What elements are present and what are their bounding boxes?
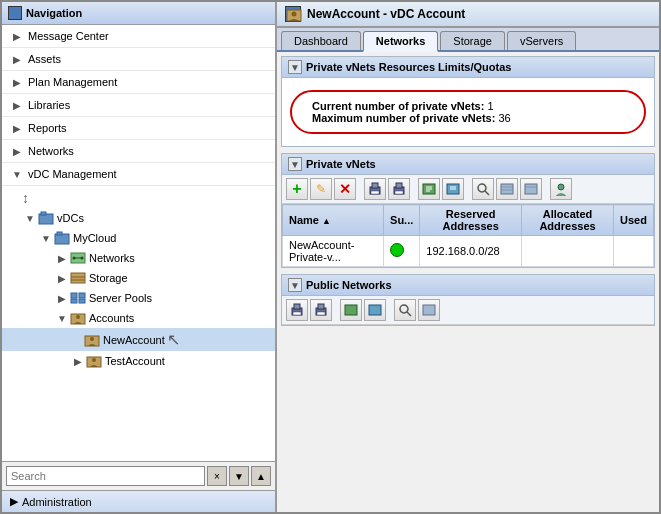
search-input[interactable] (6, 466, 205, 486)
arrow-icon: ▶ (10, 29, 24, 43)
drag-icon: ↕ (22, 190, 29, 206)
quota-max-label: Maximum number of private vNets: (312, 112, 495, 124)
tree-item-vdcs[interactable]: ▼ vDCs (2, 208, 275, 228)
arrow-icon: ▶ (10, 52, 24, 66)
expand-icon[interactable]: ▶ (54, 270, 70, 286)
arrow-icon: ▶ (10, 144, 24, 158)
col-header-reserved[interactable]: Reserved Addresses (420, 205, 522, 236)
tree-item-newaccount[interactable]: NewAccount ↖ (2, 328, 275, 351)
arrow-icon: ▶ (10, 121, 24, 135)
col-header-used[interactable]: Used (614, 205, 654, 236)
tab-networks[interactable]: Networks (363, 31, 439, 52)
col-header-su[interactable]: Su... (384, 205, 420, 236)
svg-rect-8 (71, 273, 85, 283)
expand-icon[interactable]: ▶ (54, 290, 70, 306)
col-header-name[interactable]: Name ▲ (283, 205, 384, 236)
person-button[interactable] (550, 178, 572, 200)
arrow-icon: ▶ (10, 495, 18, 508)
storage-label: Storage (89, 272, 128, 284)
col-header-allocated[interactable]: Allocated Addresses (522, 205, 614, 236)
nav-label-libraries: Libraries (28, 99, 70, 111)
nav-item-reports[interactable]: ▶ Reports (2, 117, 275, 140)
private-vnets-quotas-content: Current number of private vNets: 1 Maxim… (282, 78, 654, 146)
pub-print-button-1[interactable] (286, 299, 308, 321)
tree-item-testaccount[interactable]: ▶ TestAccount (2, 351, 275, 371)
search-clear-button[interactable]: × (207, 466, 227, 486)
list-button-2[interactable] (520, 178, 542, 200)
delete-button[interactable]: ✕ (334, 178, 356, 200)
tree-item-storage[interactable]: ▶ Storage (2, 268, 275, 288)
private-vnets-toolbar: + ✎ ✕ (282, 175, 654, 204)
nav-item-plan-management[interactable]: ▶ Plan Management (2, 71, 275, 94)
svg-rect-1 (41, 212, 46, 215)
tab-storage[interactable]: Storage (440, 31, 505, 50)
accounts-icon (70, 310, 86, 326)
tab-vservers[interactable]: vServers (507, 31, 576, 50)
svg-point-18 (90, 337, 94, 341)
status-green-circle (390, 243, 404, 257)
quota-current-value: 1 (487, 100, 493, 112)
mycloud-icon (54, 230, 70, 246)
add-button[interactable]: + (286, 178, 308, 200)
pub-search-button[interactable] (394, 299, 416, 321)
svg-rect-51 (369, 305, 381, 315)
public-networks-title: Public Networks (306, 279, 392, 291)
edit-button[interactable]: ✎ (310, 178, 332, 200)
quota-current-row: Current number of private vNets: 1 (312, 100, 624, 112)
serverpools-label: Server Pools (89, 292, 152, 304)
svg-rect-3 (57, 232, 62, 235)
tree-item-serverpools[interactable]: ▶ Server Pools (2, 288, 275, 308)
expand-icon[interactable]: ▼ (54, 310, 70, 326)
export-button-1[interactable] (418, 178, 440, 200)
expand-icon (70, 332, 84, 348)
tree-section: ↕ ▼ vDCs ▼ (2, 186, 275, 373)
admin-nav-item[interactable]: ▶ Administration (2, 490, 275, 512)
nav-item-assets[interactable]: ▶ Assets (2, 48, 275, 71)
export-button-2[interactable] (442, 178, 464, 200)
right-panel-title: NewAccount - vDC Account (307, 7, 465, 21)
networks-label: Networks (89, 252, 135, 264)
tree-drag-handle[interactable]: ↕ (2, 188, 275, 208)
search-down-button[interactable]: ▼ (229, 466, 249, 486)
tree-item-accounts[interactable]: ▼ Accounts (2, 308, 275, 328)
nav-item-libraries[interactable]: ▶ Libraries (2, 94, 275, 117)
left-panel: Navigation ▶ Message Center ▶ Assets ▶ P… (2, 2, 277, 512)
print-button-2[interactable] (388, 178, 410, 200)
tree-item-networks[interactable]: ▶ Networks (2, 248, 275, 268)
testaccount-icon (86, 353, 102, 369)
svg-rect-50 (345, 305, 357, 315)
svg-rect-48 (318, 304, 324, 309)
pub-print-button-2[interactable] (310, 299, 332, 321)
pub-list-button[interactable] (418, 299, 440, 321)
nav-item-vdc-management[interactable]: ▼ vDC Management (2, 163, 275, 186)
pub-export-button-2[interactable] (364, 299, 386, 321)
svg-rect-13 (71, 299, 77, 303)
nav-label-message-center: Message Center (28, 30, 109, 42)
collapse-icon[interactable]: ▼ (288, 60, 302, 74)
nav-item-networks[interactable]: ▶ Networks (2, 140, 275, 163)
expand-icon[interactable]: ▶ (70, 353, 86, 369)
tab-dashboard[interactable]: Dashboard (281, 31, 361, 50)
svg-point-20 (92, 358, 96, 362)
search-up-button[interactable]: ▲ (251, 466, 271, 486)
testaccount-label: TestAccount (105, 355, 165, 367)
nav-title: Navigation (26, 7, 82, 19)
expand-icon[interactable]: ▼ (22, 210, 38, 226)
expand-icon[interactable]: ▶ (54, 250, 70, 266)
search-toolbar-button[interactable] (472, 178, 494, 200)
private-vnets-header: ▼ Private vNets (282, 154, 654, 175)
print-button-1[interactable] (364, 178, 386, 200)
svg-point-7 (81, 257, 84, 260)
svg-rect-28 (395, 191, 403, 194)
collapse-icon[interactable]: ▼ (288, 157, 302, 171)
pub-export-button-1[interactable] (340, 299, 362, 321)
collapse-icon[interactable]: ▼ (288, 278, 302, 292)
svg-rect-14 (79, 299, 85, 303)
list-button-1[interactable] (496, 178, 518, 200)
sort-arrow: ▲ (322, 216, 331, 226)
expand-icon[interactable]: ▼ (38, 230, 54, 246)
tree-item-mycloud[interactable]: ▼ MyCloud (2, 228, 275, 248)
table-row[interactable]: NewAccount-Private-v... 192.168.0.0/28 (283, 236, 654, 267)
nav-item-message-center[interactable]: ▶ Message Center (2, 25, 275, 48)
svg-rect-41 (525, 184, 537, 194)
